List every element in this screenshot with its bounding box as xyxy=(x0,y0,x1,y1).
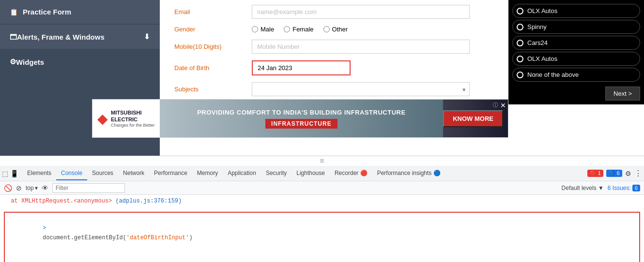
gender-male-label: Male xyxy=(261,26,274,33)
gender-options: Male Female Other xyxy=(252,26,348,33)
download-icon[interactable]: ⬇ xyxy=(144,32,150,41)
chevron-down-icon: ▾ xyxy=(462,86,466,93)
quiz-popup: OLX Autos Spinny Cars24 OLX Autos None o… xyxy=(508,0,644,104)
tab-performance-insights[interactable]: Performance insights 🔵 xyxy=(372,167,445,180)
mitsubishi-logo-mark: ◆ xyxy=(97,111,108,127)
devtools-right-toolbar: 🔴 1 🔵 6 ⚙ ⋮ xyxy=(587,169,642,178)
quiz-option-label-5: None of the above xyxy=(527,71,579,78)
sidebar-item-practice-form[interactable]: 📋 Practice Form xyxy=(0,0,160,24)
mobile-icon[interactable]: 📱 xyxy=(10,170,18,177)
sidebar-item-label: Practice Form xyxy=(23,8,71,16)
default-levels[interactable]: Default levels ▼ xyxy=(562,185,604,191)
error-count-badge: 🔴 1 xyxy=(587,170,603,177)
dob-wrapper xyxy=(252,60,351,75)
gender-male-radio[interactable] xyxy=(252,26,258,32)
ad-close-button[interactable]: ✕ xyxy=(500,102,506,109)
console-result-1: <input type="text" id="dateOfBirthInput"… xyxy=(8,252,636,262)
clear-console-icon[interactable]: 🚫 xyxy=(4,184,12,192)
quiz-option-5[interactable]: None of the above xyxy=(512,68,640,82)
tab-network[interactable]: Network xyxy=(118,167,149,180)
context-label: top xyxy=(26,185,34,191)
tab-memory[interactable]: Memory xyxy=(192,167,223,180)
widgets-icon: ⚙ xyxy=(10,58,16,66)
tab-recorder[interactable]: Recorder 🔴 xyxy=(330,167,372,180)
clipboard-icon: 📋 xyxy=(10,8,18,16)
gender-male[interactable]: Male xyxy=(252,26,274,33)
gender-other[interactable]: Other xyxy=(323,26,348,33)
gender-female[interactable]: Female xyxy=(284,26,313,33)
context-dropdown-icon: ▾ xyxy=(35,185,38,191)
console-cmd-text-1: document.getElementById('dateOfBirthInpu… xyxy=(43,234,193,241)
window-icon: 🗔 xyxy=(10,33,17,41)
tab-sources[interactable]: Sources xyxy=(87,167,118,180)
quiz-next-button[interactable]: Next > xyxy=(605,87,640,101)
devtools-console[interactable]: at XMLHttpRequest.<anonymous> (adplus.js… xyxy=(0,195,644,262)
quiz-option-2[interactable]: Spinny xyxy=(512,20,640,34)
sidebar-item-label-widgets: Widgets xyxy=(16,58,44,66)
gender-female-label: Female xyxy=(292,26,313,33)
email-input[interactable] xyxy=(252,5,470,19)
filter-input[interactable] xyxy=(52,183,125,193)
settings-icon[interactable]: ⚙ xyxy=(625,170,631,177)
sidebar-item-alerts[interactable]: 🗔 Alerts, Frame & Windows ⬇ xyxy=(0,25,160,49)
drag-handle[interactable]: ≡ xyxy=(0,156,644,166)
info-icon: ⓘ xyxy=(493,102,498,109)
subjects-label: Subjects xyxy=(174,86,252,93)
tab-console[interactable]: Console xyxy=(56,167,87,180)
devtools-tabs: ⬚ 📱 Elements Console Sources Network Per… xyxy=(0,166,644,181)
ad-headline: PROVIDING COMFORT TO INDIA'S BUILDING IN… xyxy=(197,109,405,116)
mobile-input[interactable] xyxy=(252,40,470,54)
gender-other-label: Other xyxy=(332,26,348,33)
dob-input[interactable] xyxy=(253,61,350,74)
mitsubishi-brand-text: MITSUBISHIELECTRIC xyxy=(111,109,155,123)
devtools-toolbar: 🚫 ⊘ top ▾ 👁 Default levels ▼ 6 Issues: 6 xyxy=(0,181,644,195)
console-line-error: at XMLHttpRequest.<anonymous> (adplus.js… xyxy=(4,197,640,206)
subjects-wrapper: ▾ xyxy=(252,82,470,96)
dob-label: Date of Birth xyxy=(174,64,252,72)
mobile-label: Mobile(10 Digits) xyxy=(174,43,252,50)
know-more-button[interactable]: KNOW MORE xyxy=(443,110,503,127)
main-layout: 📋 Practice Form 🗔 Alerts, Frame & Window… xyxy=(0,0,644,262)
quiz-option-label-3: Cars24 xyxy=(527,39,548,46)
radio-circle-1 xyxy=(517,8,523,15)
page-inspector-icon[interactable]: ⬚ xyxy=(2,170,8,177)
tab-performance[interactable]: Performance xyxy=(149,167,192,180)
warning-count-badge: 🔵 6 xyxy=(606,170,622,177)
gender-female-radio[interactable] xyxy=(284,26,290,32)
mitsubishi-tagline: Changes for the Better xyxy=(111,123,155,128)
sidebar-item-label-alerts: Alerts, Frame & Windows xyxy=(17,33,105,41)
sidebar-item-widgets[interactable]: ⚙ Widgets xyxy=(0,50,160,74)
console-prompt-1: > xyxy=(43,225,49,232)
quiz-option-3[interactable]: Cars24 xyxy=(512,36,640,50)
eye-icon[interactable]: 👁 xyxy=(42,184,48,192)
quiz-option-label-2: Spinny xyxy=(527,23,547,30)
devtools-panel: ≡ ⬚ 📱 Elements Console Sources Network P… xyxy=(0,156,644,262)
quiz-option-label-4: OLX Autos xyxy=(527,55,557,62)
radio-circle-3 xyxy=(517,40,523,46)
radio-circle-5 xyxy=(517,72,523,78)
mitsubishi-logo: ◆ MITSUBISHIELECTRIC Changes for the Bet… xyxy=(92,100,160,137)
issues-badge: 6 Issues: 6 xyxy=(608,185,640,191)
gender-other-radio[interactable] xyxy=(323,26,330,32)
issues-label: 6 Issues: xyxy=(608,185,631,191)
radio-circle-4 xyxy=(517,56,523,62)
subjects-input[interactable] xyxy=(252,82,470,96)
console-block: > document.getElementById('dateOfBirthIn… xyxy=(4,212,640,262)
quiz-option-4[interactable]: OLX Autos xyxy=(512,52,640,66)
ad-sub-text: INFRASTRUCTURE xyxy=(265,119,337,129)
quiz-option-label-1: OLX Autos xyxy=(527,7,557,15)
stop-icon[interactable]: ⊘ xyxy=(16,184,22,192)
ad-main-text: PROVIDING COMFORT TO INDIA'S BUILDING IN… xyxy=(160,100,444,137)
tab-application[interactable]: Application xyxy=(223,167,261,180)
ad-banner: ◆ MITSUBISHIELECTRIC Changes for the Bet… xyxy=(92,99,508,138)
gender-label: Gender xyxy=(174,26,252,33)
email-label: Email xyxy=(174,8,252,15)
tab-security[interactable]: Security xyxy=(261,167,291,180)
context-selector[interactable]: top ▾ xyxy=(26,185,38,191)
more-options-icon[interactable]: ⋮ xyxy=(634,169,642,178)
tab-lighthouse[interactable]: Lighthouse xyxy=(291,167,330,180)
radio-circle-2 xyxy=(517,24,523,30)
tab-elements[interactable]: Elements xyxy=(22,167,56,180)
quiz-option-1[interactable]: OLX Autos xyxy=(512,4,640,18)
console-cmd-1: > document.getElementById('dateOfBirthIn… xyxy=(8,215,636,252)
